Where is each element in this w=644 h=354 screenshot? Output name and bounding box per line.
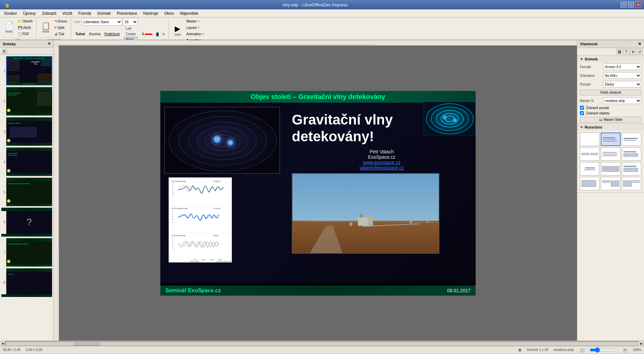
slide-thumb-1[interactable]: Objev století – Gravitační vlny deteková… (6, 56, 52, 86)
slide-thumb-8[interactable]: Kdo sly... (6, 268, 52, 297)
scroll-left-button[interactable]: ◄ (0, 341, 5, 346)
menu-item-nástroje[interactable]: Nástroje (141, 10, 161, 16)
layout-thumb-4[interactable] (580, 147, 599, 161)
slides-panel: Snímky ✕ + 1 Objev století – Gravitační … (0, 40, 54, 341)
svg-text:0.0: 0.0 (172, 189, 174, 190)
start-button[interactable]: ▶ Start (171, 24, 184, 38)
print-button[interactable]: 🖨 Tisk (53, 31, 69, 37)
layout-thumb-2[interactable] (601, 133, 620, 146)
minimize-button[interactable]: ─ (621, 2, 627, 8)
menu-item-snímek[interactable]: Snímek (94, 10, 113, 16)
menu-item-úpravy[interactable]: Úpravy (20, 10, 39, 16)
slide-thumb-3[interactable]: Keplerovy zákony ⭐ (6, 117, 52, 146)
layout-thumb-10[interactable] (580, 177, 599, 190)
layout-thumb-5[interactable] (601, 147, 620, 161)
slide-item-1[interactable]: 1 Objev století – Gravitační vlny deteko… (1, 56, 52, 86)
gravitational-waves-image[interactable] (164, 107, 280, 174)
layout-thumb-7[interactable] (580, 162, 599, 175)
slide-item-7[interactable]: 7 Newtonův gravitační zákon ⭐ (1, 238, 52, 267)
menu-item-zobrazit[interactable]: Zobrazit (39, 10, 59, 16)
scroll-track-h[interactable] (5, 341, 639, 346)
slide-item-4[interactable]: 4 Isaac Newton(1643-1726) ⭐ (1, 147, 52, 176)
underline-button[interactable]: Podtržené (103, 31, 121, 37)
align-center-button[interactable]: Center (124, 32, 138, 37)
insert-image-button[interactable]: Vložit obrázek (580, 90, 641, 95)
layout-thumb-11[interactable] (601, 177, 620, 190)
bold-button[interactable]: Tučné (74, 31, 87, 37)
ribbon-file-section: 📄 Nový 📂 Otevřít 💾 Uložit 📋 PDF (1, 18, 37, 39)
scroll-thumb-h[interactable] (73, 342, 100, 346)
indent-button[interactable]: ≡ (161, 31, 166, 37)
format-select[interactable]: Screen 4:3 (603, 63, 641, 70)
menu-item-soubor[interactable]: Soubor (1, 10, 20, 16)
maximize-button[interactable]: □ (628, 2, 634, 8)
slide-thumb-4[interactable]: Isaac Newton(1643-1726) ⭐ (6, 147, 52, 176)
menu-item-prezentace[interactable]: Prezentace (114, 10, 140, 16)
props-icon-1[interactable]: 🖼 (616, 49, 623, 55)
master-slide-button[interactable]: 🗂 Master Slide (580, 117, 641, 122)
props-icon-4[interactable]: ↺ (637, 49, 643, 55)
italic-button[interactable]: Kurzíva (88, 31, 102, 37)
font-color-button[interactable]: A (140, 31, 154, 37)
layout-section-header[interactable]: Rozvržení (577, 124, 644, 131)
zoom-decrease-button[interactable]: − (579, 348, 584, 352)
animation-button[interactable]: Animation ▼ (185, 31, 206, 37)
menu-item-formát[interactable]: Formát (75, 10, 94, 16)
new-button[interactable]: 📄 Nový (3, 19, 15, 36)
menu-item-okno[interactable]: Okno (162, 10, 177, 16)
layout-thumb-6[interactable] (622, 147, 641, 161)
menu-item-vložit[interactable]: Vložit (60, 10, 75, 16)
highlight-button[interactable]: ▓ (155, 31, 160, 37)
slides-panel-close-button[interactable]: ✕ (48, 42, 51, 46)
insert-button[interactable]: 📋 Vložit (39, 19, 52, 36)
close-button[interactable]: ✕ (635, 2, 641, 8)
slide-section-header[interactable]: Snímek (577, 56, 644, 62)
properties-close-button[interactable]: ✕ (638, 42, 641, 46)
layout-thumb-1[interactable] (580, 133, 599, 146)
layout-button[interactable]: Layout ▼ (185, 24, 206, 31)
show-bg-checkbox[interactable] (580, 106, 584, 110)
font-name-select[interactable]: Liberation Sans (82, 18, 122, 26)
props-icon-3[interactable]: ⚙ (630, 49, 636, 55)
author-name: Petr Valach (292, 149, 472, 154)
master-select[interactable]: moebius-strip (603, 97, 641, 104)
zoom-slider[interactable] (590, 349, 616, 351)
open-button[interactable]: 📂 Otevřít (16, 18, 34, 24)
top-right-image[interactable] (424, 102, 476, 135)
format-row: Formát: Screen 4:3 (577, 62, 644, 71)
slide-thumb-5[interactable]: Newtonovy pohybové zákony ⭐ (6, 178, 52, 206)
show-obj-checkbox[interactable] (580, 111, 584, 115)
master-button[interactable]: Master ▼ (185, 18, 206, 24)
slide-item-8[interactable]: 8 Kdo sly... (1, 268, 52, 297)
slide-item-2[interactable]: 2 Johannes Kepler(1571-1631) ⭐ (1, 87, 52, 116)
layout-thumb-3[interactable] (622, 133, 641, 146)
statusbar-slide-info: Snímek 1 z 20 (527, 348, 548, 352)
menu-item-nápověda[interactable]: Nápověda (177, 10, 201, 16)
slide-item-6[interactable]: 6 ? (1, 208, 52, 237)
add-slide-button[interactable]: + (1, 48, 7, 54)
pdf-button[interactable]: 📋 PDF (16, 31, 34, 37)
layout-thumb-8[interactable] (601, 162, 620, 175)
slide-canvas[interactable]: Objev století – Gravitační vlny deteková… (160, 91, 476, 296)
redo-button[interactable]: ↷ Znovu (53, 18, 69, 24)
zoom-increase-button[interactable]: + (622, 348, 627, 352)
align-left-button[interactable]: Left (124, 26, 138, 31)
background-select[interactable]: Žádný (603, 81, 641, 88)
ligo-observatory-image[interactable] (292, 173, 439, 254)
slide-thumb-6[interactable]: ? (6, 208, 52, 237)
svg-text:-1.0: -1.0 (172, 194, 174, 196)
orientation-select[interactable]: Na šířku (603, 72, 641, 79)
statusbar-position: 36,86 / 3,49 (3, 348, 20, 352)
slide-item-3[interactable]: 3 Keplerovy zákony ⭐ (1, 117, 52, 146)
slide-item-5[interactable]: 5 Newtonovy pohybové zákony ⭐ (1, 178, 52, 206)
slide-thumb-2[interactable]: Johannes Kepler(1571-1631) ⭐ (6, 87, 52, 116)
font-size-select[interactable]: 18 (123, 18, 138, 26)
props-icon-2[interactable]: T (623, 49, 629, 55)
layout-thumb-12[interactable] (622, 177, 641, 190)
insert-label: Vložit (42, 30, 49, 33)
slide-thumb-7[interactable]: Newtonův gravitační zákon ⭐ (6, 238, 52, 267)
scroll-right-button[interactable]: ► (639, 341, 644, 346)
undo-button[interactable]: ↶ Zpět (53, 24, 69, 31)
layout-thumb-9[interactable] (622, 162, 641, 175)
save-button[interactable]: 💾 Uložit (16, 24, 34, 31)
